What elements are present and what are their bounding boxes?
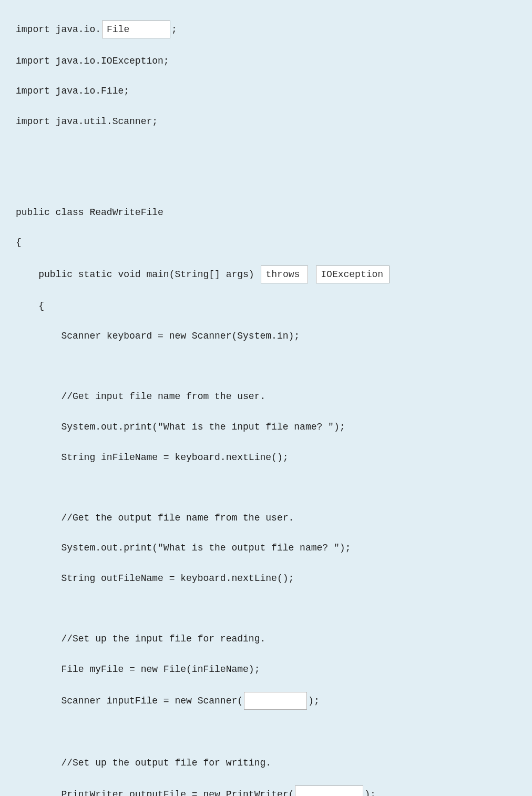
code-text: );: [364, 789, 376, 796]
code-line: [16, 175, 516, 190]
code-text: [309, 269, 315, 280]
code-text: PrintWriter outputFile = new PrintWriter…: [16, 789, 294, 796]
code-line: [16, 601, 516, 616]
code-text: import java.io.: [16, 24, 101, 35]
code-line: PrintWriter outputFile = new PrintWriter…: [16, 785, 516, 796]
code-line: System.out.print("What is the input file…: [16, 420, 516, 435]
code-line: [16, 359, 516, 374]
code-block: import java.io.; import java.io.IOExcept…: [0, 0, 532, 796]
code-line: [16, 480, 516, 495]
code-line: //Get input file name from the user.: [16, 389, 516, 404]
code-line: public class ReadWriteFile: [16, 205, 516, 220]
blank-input-3[interactable]: [316, 266, 390, 283]
code-line: String outFileName = keyboard.nextLine()…: [16, 571, 516, 586]
blank-input-5[interactable]: [295, 785, 363, 796]
code-line: System.out.print("What is the output fil…: [16, 540, 516, 556]
code-text: public static void main(String[] args): [16, 269, 260, 280]
code-line: Scanner keyboard = new Scanner(System.in…: [16, 329, 516, 344]
code-line: {: [16, 235, 516, 250]
code-line: [16, 725, 516, 740]
code-text: );: [308, 696, 320, 706]
code-line: //Set up the input file for reading.: [16, 631, 516, 647]
code-line: [16, 144, 516, 159]
code-line: import java.io.IOException;: [16, 54, 516, 69]
code-line: String inFileName = keyboard.nextLine();: [16, 450, 516, 465]
blank-input-4[interactable]: [244, 692, 307, 710]
code-line: {: [16, 299, 516, 314]
code-line: import java.util.Scanner;: [16, 114, 516, 129]
code-line: import java.io.File;: [16, 84, 516, 99]
code-line: Scanner inputFile = new Scanner();: [16, 692, 516, 710]
code-line: File myFile = new File(inFileName);: [16, 662, 516, 677]
code-line: public static void main(String[] args): [16, 266, 516, 283]
code-text: ;: [171, 24, 177, 35]
code-line: import java.io.;: [16, 21, 516, 38]
code-text: Scanner inputFile = new Scanner(: [16, 696, 243, 706]
blank-input-1[interactable]: [102, 21, 170, 38]
code-line: //Get the output file name from the user…: [16, 511, 516, 526]
code-line: //Set up the output file for writing.: [16, 756, 516, 771]
blank-input-2[interactable]: [261, 266, 308, 283]
